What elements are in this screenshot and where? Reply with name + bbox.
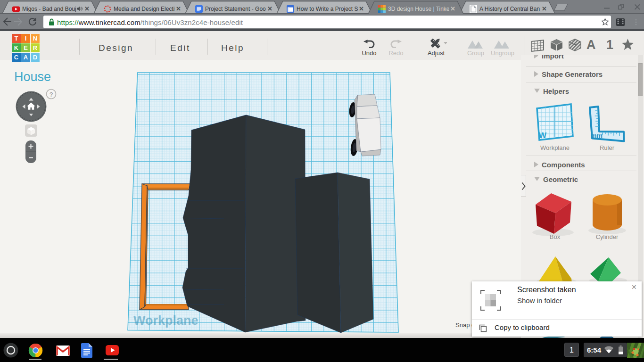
svg-text:mm: mm [591,132,603,140]
svg-text:Workplane: Workplane [133,313,198,328]
svg-text:?: ? [50,91,53,98]
svg-text:House: House [14,70,51,84]
svg-text:W: W [539,131,547,140]
